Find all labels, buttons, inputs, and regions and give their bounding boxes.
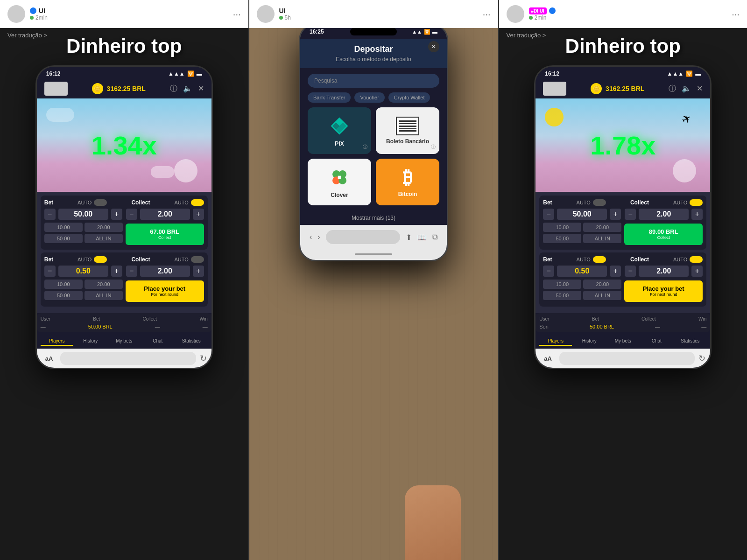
left-bet2-auto[interactable]: AUTO [78, 256, 107, 263]
right-bet1-toggle[interactable] [593, 199, 606, 206]
right-collect2-auto[interactable]: AUTO [673, 256, 703, 263]
filter-crypto[interactable]: Crypto Wallet [388, 92, 430, 103]
left-bet1-toggle[interactable] [94, 199, 107, 206]
left-url-bar[interactable] [60, 352, 196, 365]
left-collect2-plus[interactable]: + [193, 266, 204, 277]
right-tab-statistics[interactable]: Statistics [674, 337, 706, 346]
right-bet1-q3[interactable]: 50.00 [543, 234, 581, 243]
left-bet2-q1[interactable]: 10.00 [44, 280, 83, 289]
info-icon[interactable]: ⓘ [170, 84, 177, 94]
right-collect2-plus[interactable]: + [691, 266, 703, 277]
dep-back[interactable]: ‹ [310, 233, 312, 241]
left-collect2-toggle[interactable] [191, 256, 204, 263]
right-bet1-action[interactable]: 89.00 BRL Collect [624, 224, 703, 245]
deposit-clover[interactable]: Clover [308, 159, 371, 205]
filter-bank[interactable]: Bank Transfer [308, 92, 351, 103]
right-bet2-q1[interactable]: 10.00 [543, 280, 581, 289]
left-aa-button[interactable]: aA [42, 353, 57, 364]
left-collect1-auto[interactable]: AUTO [174, 199, 204, 206]
right-bet2-minus[interactable]: − [543, 266, 554, 277]
left-collect2-auto[interactable]: AUTO [174, 256, 204, 263]
right-leader-row: Son 50.00 BRL — — [539, 323, 706, 330]
deposit-close[interactable]: ✕ [428, 41, 439, 52]
left-more-button[interactable]: ··· [233, 9, 241, 20]
left-bet2-minus[interactable]: − [44, 266, 56, 277]
right-bet2-plus[interactable]: + [610, 266, 621, 277]
left-collect2-minus[interactable]: − [126, 266, 137, 277]
right-bet2-action[interactable]: Place your bet For next round [624, 280, 703, 302]
left-bet1-auto[interactable]: AUTO [78, 199, 107, 206]
deposit-pix[interactable]: PIX ⓘ [308, 107, 371, 154]
right-bet2-q3[interactable]: 50.00 [543, 291, 581, 300]
right-collect1-auto[interactable]: AUTO [673, 199, 703, 206]
right-bet1-q1[interactable]: 10.00 [543, 223, 581, 232]
right-collect1-plus[interactable]: + [691, 209, 703, 220]
right-tab-chat[interactable]: Chat [640, 337, 673, 346]
deposit-bitcoin[interactable]: ₿ Bitcoin [376, 159, 439, 205]
right-close-icon[interactable]: ✕ [697, 84, 703, 94]
right-tab-players[interactable]: Players [539, 337, 572, 346]
right-url-bar[interactable] [559, 352, 695, 365]
right-collect2-minus[interactable]: − [625, 266, 636, 277]
right-bet1-auto[interactable]: AUTO [577, 199, 606, 206]
left-collect1-minus[interactable]: − [126, 209, 137, 220]
right-tab-mybets[interactable]: My bets [606, 337, 639, 346]
left-bet1-q3[interactable]: 50.00 [44, 234, 83, 243]
left-bet1-q2[interactable]: 20.00 [85, 223, 123, 232]
right-bet2-q2[interactable]: 20.00 [583, 280, 621, 289]
middle-dots[interactable]: ··· [483, 9, 491, 20]
right-bet1-plus[interactable]: + [610, 209, 621, 220]
boleto-info[interactable]: ⓘ [431, 144, 436, 150]
dep-share[interactable]: ⬆ [406, 233, 412, 242]
left-tab-mybets[interactable]: My bets [108, 337, 141, 346]
left-bet1-action[interactable]: 67.00 BRL Collect [126, 224, 204, 245]
dep-forward[interactable]: › [317, 233, 320, 241]
right-collect1-minus[interactable]: − [625, 209, 636, 220]
right-aa-button[interactable]: aA [540, 353, 556, 364]
dep-book[interactable]: 📖 [417, 233, 427, 242]
right-sound-icon[interactable]: 🔈 [682, 84, 691, 94]
right-bet2-header: Bet AUTO Collect AUTO [543, 256, 703, 263]
sound-icon[interactable]: 🔈 [183, 84, 192, 94]
left-tab-statistics[interactable]: Statistics [175, 337, 208, 346]
left-bet1-q4[interactable]: ALL IN [85, 234, 123, 243]
right-bet1-minus[interactable]: − [543, 209, 554, 220]
close-icon[interactable]: ✕ [198, 84, 204, 94]
left-bet2-toggle[interactable] [94, 256, 107, 263]
right-info-icon[interactable]: ⓘ [669, 84, 676, 94]
left-bet2-q3[interactable]: 50.00 [44, 291, 83, 300]
left-bet2-q4[interactable]: ALL IN [85, 291, 123, 300]
right-tab-history[interactable]: History [573, 337, 606, 346]
right-bet1-q4[interactable]: ALL IN [583, 234, 621, 243]
left-bet1-minus[interactable]: − [44, 209, 56, 220]
right-bet2-auto[interactable]: AUTO [577, 256, 606, 263]
pix-info[interactable]: ⓘ [363, 144, 367, 150]
left-bet2-q2[interactable]: 20.00 [85, 280, 123, 289]
deposit-search[interactable]: Pesquisa [308, 74, 439, 88]
left-bet1-amount: 50.00 [58, 209, 108, 220]
left-bet2-plus[interactable]: + [111, 266, 122, 277]
mostrar-mais[interactable]: Mostrar mais (13) [300, 211, 447, 225]
right-more-button[interactable]: ··· [732, 9, 740, 20]
filter-voucher[interactable]: Voucher [354, 92, 384, 103]
left-tab-chat[interactable]: Chat [141, 337, 174, 346]
right-bet2-toggle[interactable] [593, 256, 606, 263]
left-collect1-plus[interactable]: + [193, 209, 204, 220]
middle-social-header: UI Depositar 5h ··· [249, 0, 498, 28]
deposit-boleto[interactable]: Boleto Bancário ⓘ [376, 107, 439, 154]
right-collect2-toggle[interactable] [690, 256, 703, 263]
left-tab-history[interactable]: History [74, 337, 107, 346]
right-bet2-q4[interactable]: ALL IN [583, 291, 621, 300]
left-bet1-plus[interactable]: + [111, 209, 122, 220]
left-bet2-action[interactable]: Place your bet For next round [126, 280, 204, 302]
dep-tabs[interactable]: ⧉ [432, 233, 437, 241]
left-bet1-amount-row: − 50.00 + [44, 209, 122, 220]
left-bet1-q1[interactable]: 10.00 [44, 223, 83, 232]
right-reload-icon[interactable]: ↻ [698, 353, 705, 364]
left-reload-icon[interactable]: ↻ [200, 353, 207, 364]
right-collect1-toggle[interactable] [690, 199, 703, 206]
right-bet1-q2[interactable]: 20.00 [583, 223, 621, 232]
dep-url-bar[interactable] [326, 230, 400, 244]
left-collect1-toggle[interactable] [191, 199, 204, 206]
left-tab-players[interactable]: Players [41, 337, 73, 346]
